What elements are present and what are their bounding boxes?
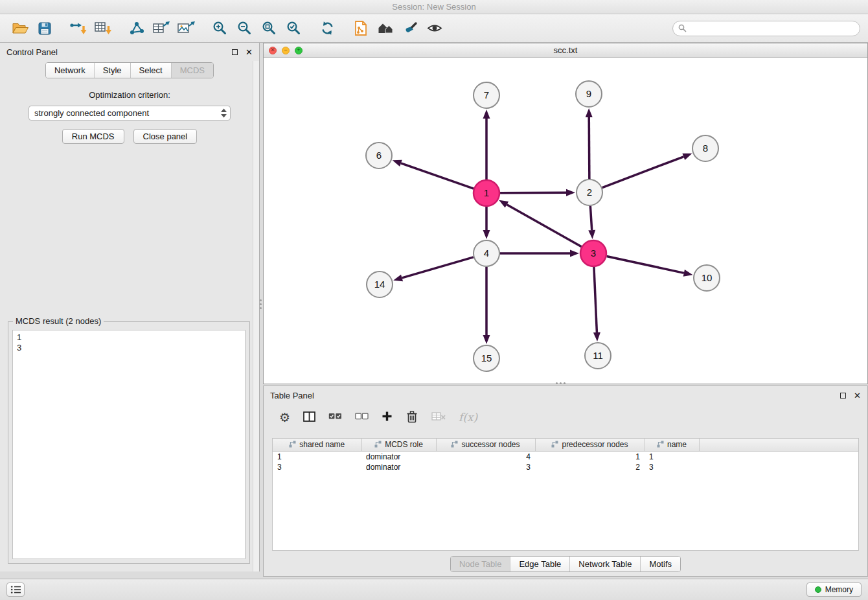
graph-node-8[interactable]: 8	[692, 135, 718, 161]
task-history-button[interactable]	[6, 583, 25, 597]
import-network-button[interactable]	[66, 17, 91, 40]
tab-style[interactable]: Style	[94, 63, 130, 78]
graph-node-7[interactable]: 7	[474, 82, 499, 108]
zoom-out-button[interactable]	[232, 17, 257, 40]
graph-node-6[interactable]: 6	[366, 143, 392, 168]
unselect-all-columns-button[interactable]	[355, 412, 369, 422]
table-cell[interactable]: 1	[645, 451, 699, 462]
mcds-result-list[interactable]: 13	[12, 330, 246, 559]
table-cell[interactable]: 3	[273, 462, 361, 472]
export-image-button[interactable]	[174, 17, 198, 40]
table-panel-header: Table Panel ✕	[264, 386, 867, 404]
select-all-columns-button[interactable]	[328, 412, 342, 422]
graph-node-2[interactable]: 2	[577, 179, 602, 205]
window-zoom-button[interactable]: +	[295, 47, 303, 54]
search-input[interactable]	[691, 23, 854, 33]
table-row[interactable]: 1dominator411	[273, 451, 858, 462]
horizontal-splitter-handle[interactable]	[556, 382, 558, 384]
function-builder-button-disabled[interactable]: f(x)	[459, 411, 477, 424]
network-window-titlebar[interactable]: scc.txt ✕ − +	[264, 43, 867, 58]
graph-node-label: 8	[703, 143, 708, 154]
tab-select[interactable]: Select	[130, 63, 171, 78]
table-cell[interactable]: dominator	[361, 462, 436, 472]
selected-option: strongly connected component	[34, 108, 220, 118]
table-cell[interactable]: 3	[645, 462, 699, 472]
create-column-button[interactable]	[382, 411, 393, 424]
memory-button[interactable]: Memory	[806, 583, 862, 597]
table-cell[interactable]: 1	[273, 451, 361, 462]
graph-edge-1-6[interactable]	[401, 163, 474, 189]
open-session-button[interactable]	[8, 17, 32, 40]
graph-node-1[interactable]: 1	[474, 180, 499, 206]
delete-table-button-disabled[interactable]	[431, 411, 446, 423]
tab-mcds[interactable]: MCDS	[171, 63, 213, 78]
graph-edge-2-3[interactable]	[590, 206, 591, 230]
graph-node-10[interactable]: 10	[694, 265, 720, 291]
close-panel-button[interactable]: Close panel	[133, 129, 198, 144]
import-public-database-button[interactable]	[348, 17, 373, 40]
graph-edge-2-8[interactable]	[602, 157, 684, 188]
delete-column-button[interactable]	[405, 410, 418, 425]
graph-node-14[interactable]: 14	[367, 271, 393, 297]
graph-node-3[interactable]: 3	[580, 240, 606, 266]
graph-edge-3-11[interactable]	[594, 267, 597, 332]
table-cell[interactable]: 2	[535, 462, 645, 472]
graph-node-11[interactable]: 11	[585, 343, 611, 369]
zoom-in-button[interactable]	[207, 17, 232, 40]
import-table-button[interactable]	[91, 17, 115, 40]
float-table-panel-icon[interactable]	[840, 393, 846, 398]
graph-edge-3-1[interactable]	[507, 205, 581, 247]
graph-node-4[interactable]: 4	[474, 240, 499, 266]
table-cell[interactable]: 1	[535, 451, 645, 462]
close-table-panel-icon[interactable]: ✕	[854, 391, 861, 400]
clone-network-button[interactable]	[124, 17, 149, 40]
refresh-button[interactable]	[315, 17, 339, 40]
tab-motifs[interactable]: Motifs	[640, 557, 680, 571]
mcds-result-item[interactable]: 1	[17, 332, 241, 343]
graph-edge-3-10[interactable]	[607, 256, 684, 273]
network-canvas[interactable]: 7968124314101511	[264, 58, 867, 384]
graph-edge-arrow	[483, 335, 490, 344]
mcds-result-item[interactable]: 3	[17, 343, 241, 353]
graph-edge-1-2[interactable]	[500, 192, 566, 193]
zoom-selected-button[interactable]	[281, 17, 306, 40]
graph-node-label: 2	[587, 187, 592, 198]
table-cell-filler	[699, 451, 858, 462]
window-close-button[interactable]: ✕	[269, 47, 277, 54]
tab-network[interactable]: Network	[46, 63, 94, 78]
graph-edge-4-14[interactable]	[402, 257, 474, 278]
window-minimize-button[interactable]: −	[282, 47, 290, 54]
export-table-button[interactable]	[149, 17, 174, 40]
control-panel-scrollbar[interactable]	[253, 61, 259, 571]
table-cell[interactable]: 3	[436, 462, 535, 472]
graph-edge-arrow	[393, 160, 402, 167]
graph-node-9[interactable]: 9	[576, 81, 602, 107]
graph-edge-2-9[interactable]	[589, 117, 589, 179]
column-header-mcds-role[interactable]: MCDS role	[361, 439, 436, 451]
float-panel-icon[interactable]	[232, 49, 238, 55]
zoom-glyph: +	[297, 47, 300, 53]
optimization-criterion-select[interactable]: strongly connected component	[29, 106, 231, 121]
table-cell[interactable]: 4	[436, 451, 535, 462]
column-header-shared-name[interactable]: shared name	[273, 439, 361, 451]
zoom-fit-button[interactable]	[257, 17, 281, 40]
column-header-predecessor-nodes[interactable]: predecessor nodes	[535, 439, 645, 451]
search-field[interactable]	[672, 21, 860, 36]
show-graphics-button[interactable]	[422, 17, 447, 40]
vertical-splitter-handle[interactable]	[260, 299, 262, 301]
column-header-successor-nodes[interactable]: successor nodes	[436, 439, 535, 451]
graph-node-15[interactable]: 15	[474, 345, 499, 371]
tab-network-table[interactable]: Network Table	[569, 557, 640, 571]
tab-edge-table[interactable]: Edge Table	[510, 557, 569, 571]
save-session-button[interactable]	[32, 17, 57, 40]
table-row[interactable]: 3dominator323	[273, 462, 858, 472]
run-mcds-button[interactable]: Run MCDS	[62, 129, 124, 144]
home-button[interactable]	[373, 17, 398, 40]
close-panel-icon[interactable]: ✕	[246, 48, 253, 56]
tab-node-table[interactable]: Node Table	[451, 557, 510, 571]
column-header-name[interactable]: name	[645, 439, 699, 451]
style-paint-button[interactable]	[398, 17, 422, 40]
show-columns-button[interactable]	[303, 411, 315, 424]
table-cell[interactable]: dominator	[361, 451, 436, 462]
table-settings-button[interactable]: ⚙	[279, 411, 290, 424]
